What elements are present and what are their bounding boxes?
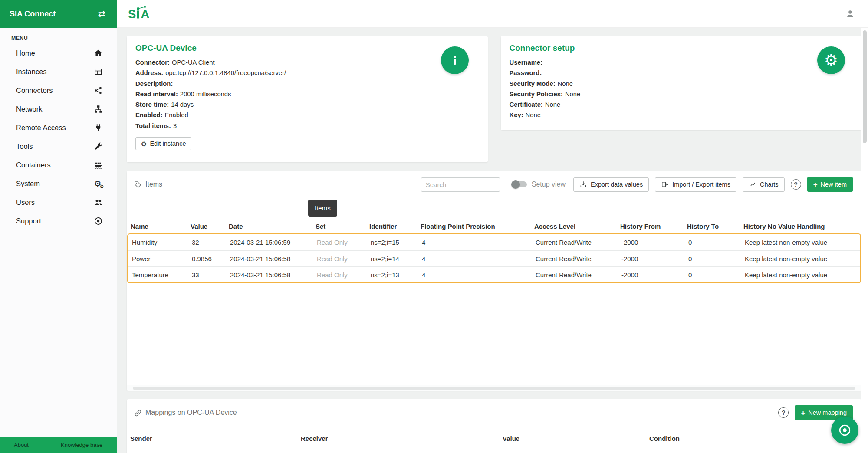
device-card: OPC-UA Device Connector:OPC-UA Client Ad… [127, 36, 488, 162]
item-row-humidity[interactable]: Humidity 32 2024-03-21 15:06:59 Read Onl… [128, 234, 860, 250]
charts-button[interactable]: Charts [743, 177, 785, 192]
sidebar-item-remote-access[interactable]: Remote Access [0, 118, 117, 137]
field-row: Enabled:Enabled [135, 110, 479, 120]
field-row: Store time:14 days [135, 99, 479, 110]
column-header: Access Level [531, 223, 617, 230]
sidebar-item-system[interactable]: System ⚙⚙ [0, 174, 117, 193]
field-row: Username: [510, 57, 853, 68]
knowledge-base-link[interactable]: Knowledge base [61, 442, 102, 448]
item-row-temperature[interactable]: Temperature 33 2024-03-21 15:06:58 Read … [128, 266, 860, 282]
search-input[interactable] [421, 177, 500, 192]
table-cell: Humidity [128, 239, 189, 246]
download-icon [579, 181, 587, 188]
column-header: Value [499, 435, 646, 442]
sidebar-footer: About Knowledge base [0, 437, 117, 453]
sidebar-item-label: Remote Access [16, 124, 66, 132]
mappings-table-header: Sender Receiver Value Condition [127, 432, 861, 445]
field-row: Security Policies:None [510, 89, 853, 99]
table-icon [94, 67, 103, 76]
field-row: Address:opc.tcp://127.0.0.1:4840/freeopc… [135, 68, 479, 78]
table-cell: 2024-03-21 15:06:58 [227, 255, 314, 263]
connector-card-title: Connector setup [510, 43, 853, 53]
chart-icon [749, 181, 756, 188]
export-data-values-button[interactable]: Export data values [573, 177, 649, 192]
topbar: S A [117, 0, 868, 28]
connector-settings-button[interactable]: ⚙ [817, 46, 845, 74]
table-cell: Keep latest non-empty value [742, 271, 860, 279]
table-cell: Keep latest non-empty value [742, 255, 860, 263]
edit-instance-button[interactable]: ⚙ Edit instance [135, 137, 191, 150]
highlighted-rows-group: Humidity 32 2024-03-21 15:06:59 Read Onl… [127, 233, 861, 283]
column-header: History From [617, 223, 684, 230]
horizontal-scrollbar[interactable] [127, 385, 861, 391]
table-cell: Current Read/Write [533, 271, 618, 279]
sia-logo: S A [128, 6, 152, 22]
device-card-title: OPC-UA Device [135, 43, 479, 53]
column-header: History To [684, 223, 740, 230]
plus-icon: + [813, 181, 818, 188]
field-row: Key:None [510, 110, 853, 120]
sidebar-item-label: Containers [16, 161, 51, 169]
collapse-sidebar-icon[interactable]: ⇄ [98, 9, 105, 19]
network-icon [94, 105, 103, 114]
table-cell: 2024-03-21 15:06:59 [227, 239, 314, 246]
table-cell: 0 [685, 239, 742, 246]
column-header: Sender [127, 435, 297, 442]
items-help-icon[interactable]: ? [791, 179, 801, 190]
sidebar-item-label: Home [16, 49, 35, 57]
sidebar: SIA Connect ⇄ MENU Home Instances Connec… [0, 0, 117, 453]
field-row: Certificate:None [510, 99, 853, 110]
about-link[interactable]: About [14, 442, 29, 448]
users-icon [94, 198, 103, 207]
table-cell: 4 [419, 255, 533, 263]
sidebar-item-users[interactable]: Users [0, 193, 117, 212]
info-icon [448, 54, 461, 67]
sidebar-item-label: System [16, 180, 40, 188]
table-cell: ns=2;i=14 [368, 255, 419, 263]
sidebar-item-instances[interactable]: Instances [0, 62, 117, 81]
sidebar-item-connectors[interactable]: Connectors [0, 81, 117, 100]
field-row: Total items:3 [135, 121, 479, 131]
sidebar-item-tools[interactable]: Tools [0, 137, 117, 156]
item-row-power[interactable]: Power 0.9856 2024-03-21 15:06:58 Read On… [128, 250, 860, 266]
table-cell: Current Read/Write [533, 239, 618, 246]
sidebar-item-network[interactable]: Network [0, 100, 117, 118]
scrollbar-thumb[interactable] [863, 30, 867, 143]
column-header: Receiver [297, 435, 499, 442]
toggle-knob [511, 180, 520, 189]
setup-view-toggle[interactable] [512, 181, 527, 187]
new-item-button[interactable]: + New item [807, 177, 853, 192]
svg-text:A: A [141, 7, 149, 21]
table-cell: Keep latest non-empty value [742, 239, 860, 246]
sidebar-item-home[interactable]: Home [0, 44, 117, 62]
table-cell: 0 [685, 255, 742, 263]
vertical-scrollbar[interactable] [861, 28, 868, 453]
table-cell: ns=2;i=13 [368, 271, 419, 279]
target-icon [838, 423, 852, 437]
field-row: Connector:OPC-UA Client [135, 57, 479, 68]
table-cell: 0.9856 [189, 255, 227, 263]
mappings-help-icon[interactable]: ? [778, 407, 789, 418]
support-fab-button[interactable] [831, 417, 858, 444]
import-export-items-button[interactable]: Import / Export items [655, 177, 736, 192]
sidebar-item-support[interactable]: Support [0, 212, 117, 230]
sidebar-item-label: Instances [16, 68, 47, 76]
field-row: Read interval:2000 milliseconds [135, 89, 479, 99]
gear-icon: ⚙ [824, 53, 838, 68]
setup-view-label: Setup view [532, 181, 566, 188]
sidebar-item-containers[interactable]: Containers [0, 156, 117, 174]
sidebar-item-label: Tools [16, 142, 33, 151]
field-row: Description: [135, 79, 479, 89]
link-icon [134, 409, 142, 417]
table-cell: Temperature [128, 271, 189, 279]
device-info-button[interactable] [441, 46, 469, 74]
user-account-icon[interactable] [845, 9, 855, 19]
field-row: Security Mode:None [510, 79, 853, 89]
items-section: Items Setup view Export data values Impo… [127, 171, 861, 391]
scrollbar-thumb[interactable] [133, 387, 855, 390]
import-export-icon [661, 181, 669, 188]
column-header: Identifier [366, 223, 418, 230]
gear-icon: ⚙ [141, 141, 147, 147]
table-cell: 0 [685, 271, 742, 279]
items-table: Name Value Date Set Identifier Floating … [127, 220, 861, 283]
